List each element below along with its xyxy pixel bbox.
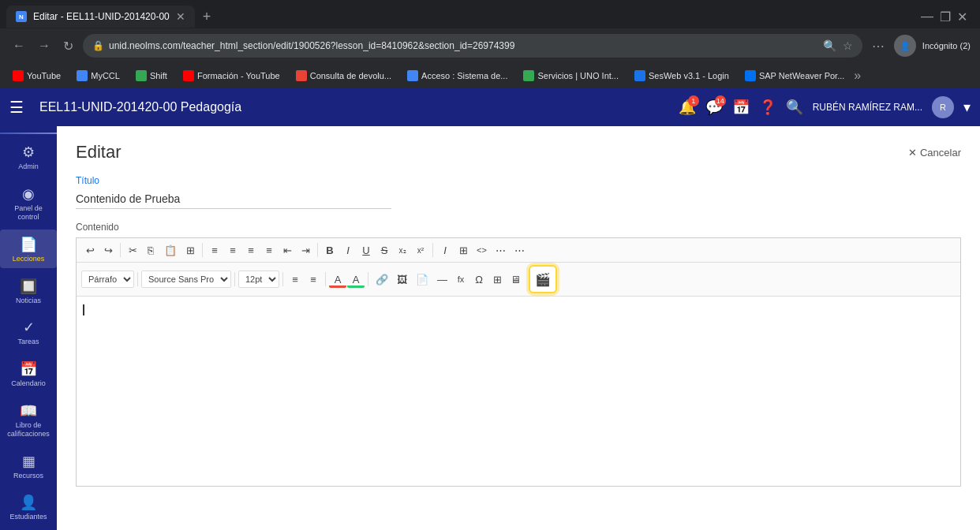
bg-color-button[interactable]: A (347, 271, 365, 288)
bookmark-acceso[interactable]: Acceso : Sistema de... (401, 69, 514, 83)
font-family-select[interactable]: Source Sans Pro (141, 271, 231, 288)
active-tab[interactable]: N Editar - EEL11-UNID-201420-00 ✕ (6, 6, 195, 28)
indent-decrease-button[interactable]: ⇤ (279, 241, 296, 259)
video-insert-button[interactable]: 🎬 (529, 265, 557, 293)
bookmark-label: Consulta de devolu... (310, 71, 391, 80)
tab-close-icon[interactable]: ✕ (176, 10, 185, 23)
image-button[interactable]: 🖼 (393, 271, 411, 288)
maximize-button[interactable]: ❐ (940, 9, 951, 24)
align-center-button[interactable]: ≡ (224, 241, 241, 259)
link-button[interactable]: 🔗 (372, 271, 392, 288)
search-button[interactable]: 🔍 (786, 99, 803, 116)
search-icon: 🔍 (823, 39, 836, 52)
back-button[interactable]: ← (9, 35, 28, 56)
sidebar-item-calendario[interactable]: 📅 Calendario (0, 354, 57, 393)
cut-button[interactable]: ✂ (124, 241, 141, 259)
address-bar: ← → ↻ 🔒 unid.neolms.com/teacher_html_sec… (0, 28, 980, 63)
redo-button[interactable]: ↪ (99, 241, 117, 259)
cancel-button[interactable]: ✕ Cancelar (908, 147, 961, 159)
more-options-button2[interactable]: ⋯ (511, 241, 529, 259)
bookmark-formacion[interactable]: Formación - YouTube (177, 69, 286, 83)
table-button[interactable]: ⊞ (454, 241, 472, 259)
subscript-button[interactable]: x₂ (394, 241, 411, 259)
font-color-button[interactable]: A (329, 271, 346, 288)
toolbar-separator (325, 272, 326, 286)
url-bar[interactable]: 🔒 unid.neolms.com/teacher_html_section/e… (83, 34, 862, 58)
youtube-favicon (13, 70, 24, 81)
sidebar-item-admin[interactable]: ⚙ Admin (0, 137, 57, 176)
sidebar-item-noticias[interactable]: 🔲 Noticias (0, 271, 57, 310)
window-controls: — ❐ ✕ (921, 9, 974, 24)
bookmark-myccl[interactable]: MyCCL (70, 69, 126, 83)
formula-button[interactable]: fx (452, 271, 469, 288)
bookmark-shift[interactable]: Shift (129, 69, 174, 83)
sidebar-thumbnail (0, 132, 57, 134)
minimize-button[interactable]: — (921, 9, 933, 24)
bookmark-label: Shift (150, 71, 167, 80)
align-justify-button[interactable]: ≡ (260, 241, 278, 259)
undo-button[interactable]: ↩ (81, 241, 99, 259)
list-unordered-button[interactable]: ≡ (286, 271, 304, 288)
user-menu-chevron-icon[interactable]: ▾ (963, 99, 971, 116)
sidebar-item-tareas[interactable]: ✓ Tareas (0, 312, 57, 351)
indent-increase-button[interactable]: ⇥ (297, 241, 314, 259)
shift-favicon (136, 70, 147, 81)
menu-hamburger-button[interactable]: ☰ (9, 98, 24, 117)
bookmark-servicios[interactable]: Servicios | UNO Int... (517, 69, 625, 83)
paste-button[interactable]: 📋 (160, 241, 181, 259)
media-embed-button[interactable]: ⊞ (488, 271, 506, 288)
estudiantes-icon: 👤 (20, 494, 37, 511)
user-avatar[interactable]: R (932, 96, 954, 118)
table-insert-button[interactable]: ⊞ (181, 241, 199, 259)
sidebar-item-libro[interactable]: 📖 Libro de calificaciones (0, 396, 57, 443)
font-size-select[interactable]: 12pt (238, 271, 279, 288)
forward-button[interactable]: → (35, 35, 54, 56)
more-options-button1[interactable]: ⋯ (492, 241, 510, 259)
sidebar-item-recursos[interactable]: ▦ Recursos (0, 446, 57, 485)
bold-button[interactable]: B (321, 241, 339, 259)
align-right-button[interactable]: ≡ (242, 241, 260, 259)
notifications-button[interactable]: 🔔 1 (679, 99, 696, 116)
bookmark-ses[interactable]: SesWeb v3.1 - Login (628, 69, 735, 83)
screen-embed-button[interactable]: 🖥 (507, 271, 525, 288)
sidebar-item-panel[interactable]: ◉ Panel de control (0, 179, 57, 226)
sidebar-label-libro: Libro de calificaciones (3, 421, 54, 439)
bookmarks-more-icon[interactable]: » (854, 69, 861, 83)
align-left-button[interactable]: ≡ (206, 241, 223, 259)
refresh-button[interactable]: ↻ (60, 35, 77, 57)
toolbar-separator (120, 243, 121, 257)
bookmark-label: Formación - YouTube (197, 71, 280, 80)
strikethrough-button[interactable]: S (376, 241, 393, 259)
italic-button[interactable]: I (339, 241, 357, 259)
close-icon: ✕ (908, 147, 917, 159)
extensions-icon[interactable]: ⋯ (869, 35, 888, 57)
code-button[interactable]: <> (473, 241, 491, 259)
bookmark-youtube[interactable]: YouTube (6, 69, 67, 83)
font-style-button[interactable]: I (436, 241, 454, 259)
help-button[interactable]: ❓ (759, 99, 776, 116)
chat-button[interactable]: 💬 14 (705, 99, 723, 116)
profile-button[interactable]: 👤 (894, 35, 916, 57)
file-button[interactable]: 📄 (412, 271, 432, 288)
sidebar-item-estudiantes[interactable]: 👤 Estudiantes (0, 487, 57, 526)
paragraph-select[interactable]: Párrafo (81, 271, 134, 288)
underline-button[interactable]: U (357, 241, 375, 259)
special-char-button[interactable]: Ω (470, 271, 488, 288)
calendar-nav-icon[interactable]: 📅 (732, 99, 750, 116)
app-container: ⚙ Admin ◉ Panel de control 📄 Lecciones 🔲… (0, 126, 980, 530)
titulo-input[interactable] (76, 189, 391, 209)
copy-button[interactable]: ⎘ (142, 241, 159, 259)
sidebar-item-lecciones[interactable]: 📄 Lecciones (0, 230, 57, 268)
rte-body[interactable] (77, 297, 960, 486)
superscript-button[interactable]: x² (412, 241, 429, 259)
ses-favicon (634, 70, 645, 81)
chat-badge: 14 (715, 95, 726, 106)
bookmark-sap[interactable]: SAP NetWeaver Por... (739, 69, 851, 83)
bookmark-consulta[interactable]: Consulta de devolu... (290, 69, 398, 83)
hr-button[interactable]: — (433, 271, 451, 288)
close-button[interactable]: ✕ (957, 9, 967, 24)
list-ordered-button[interactable]: ≡ (305, 271, 322, 288)
user-name: RUBÉN RAMÍREZ RAM... (813, 102, 922, 113)
new-tab-button[interactable]: + (198, 9, 216, 25)
servicios-favicon (523, 70, 534, 81)
